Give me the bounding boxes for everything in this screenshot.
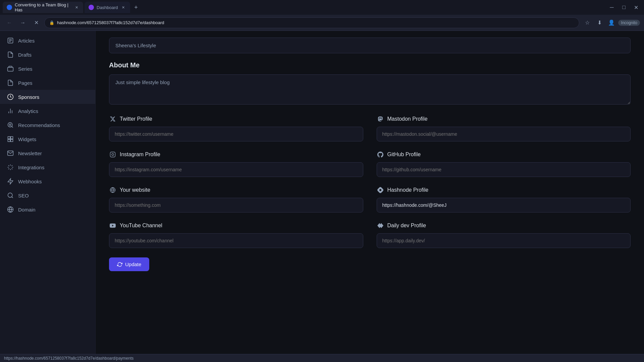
- website-field: Your website: [109, 186, 363, 213]
- tab-favicon-2: [89, 5, 94, 10]
- instagram-input[interactable]: [109, 162, 363, 177]
- twitter-label: Twitter Profile: [109, 115, 363, 123]
- svg-rect-4: [8, 67, 13, 71]
- hashnode-icon: [377, 186, 384, 194]
- sidebar-item-domain[interactable]: Domain: [0, 202, 95, 217]
- star-button[interactable]: ☆: [582, 17, 593, 28]
- blog-name-display: Sheena's Lifestyle: [109, 38, 631, 53]
- forward-button[interactable]: →: [17, 17, 28, 28]
- youtube-input[interactable]: [109, 233, 363, 248]
- svg-rect-13: [11, 137, 13, 139]
- tab-favicon-1: [7, 5, 12, 10]
- dailydev-label: Daily dev Profile: [377, 222, 631, 229]
- mastodon-field: Mastodon Profile: [377, 115, 631, 141]
- profile-button[interactable]: 👤: [606, 17, 617, 28]
- website-label-text: Your website: [120, 187, 150, 193]
- instagram-label-text: Instagram Profile: [120, 152, 160, 158]
- svg-point-10: [9, 124, 11, 126]
- webhooks-icon: [7, 178, 14, 185]
- mastodon-input[interactable]: [377, 127, 631, 141]
- newsletter-label: Newsletter: [18, 150, 42, 156]
- address-bar[interactable]: 🔒 hashnode.com/6571258037f7fa8c152d7d7e/…: [44, 17, 579, 28]
- github-field: GitHub Profile: [377, 151, 631, 177]
- sidebar-item-recommendations[interactable]: Recommendations: [0, 118, 95, 132]
- seo-icon: [7, 192, 14, 199]
- minimize-button[interactable]: ─: [606, 2, 617, 13]
- status-url: https://hashnode.com/6571258037f7fa8c152…: [4, 356, 133, 361]
- sidebar-item-integrations[interactable]: Integrations: [0, 160, 95, 174]
- github-label: GitHub Profile: [377, 151, 631, 158]
- dailydev-label-text: Daily dev Profile: [387, 223, 426, 229]
- mastodon-icon: [377, 115, 384, 123]
- seo-label: SEO: [18, 193, 29, 198]
- update-icon: [117, 262, 122, 267]
- sidebar-item-drafts[interactable]: Drafts: [0, 48, 95, 62]
- series-icon: [7, 65, 14, 72]
- reload-button[interactable]: ✕: [31, 17, 42, 28]
- pages-label: Pages: [18, 80, 33, 86]
- github-icon: [377, 151, 384, 158]
- twitter-icon: [109, 115, 116, 123]
- recommendations-icon: [7, 121, 14, 129]
- domain-label: Domain: [18, 207, 36, 213]
- sidebar-item-seo[interactable]: SEO: [0, 188, 95, 202]
- webhooks-label: Webhooks: [18, 179, 42, 184]
- globe-icon: [109, 186, 116, 194]
- twitter-label-text: Twitter Profile: [120, 116, 152, 122]
- new-tab-button[interactable]: +: [131, 3, 141, 12]
- status-bar: https://hashnode.com/6571258037f7fa8c152…: [0, 354, 644, 362]
- incognito-badge: Incognito: [618, 20, 640, 26]
- youtube-icon: [109, 222, 116, 229]
- main-content: Sheena's Lifestyle About Me Twitter Prof…: [96, 31, 644, 354]
- update-button[interactable]: Update: [109, 257, 149, 271]
- website-input[interactable]: [109, 198, 363, 213]
- tab-active[interactable]: Converting to a Team Blog | Has ✕: [3, 2, 83, 13]
- download-button[interactable]: ⬇: [594, 17, 605, 28]
- twitter-input[interactable]: [109, 127, 363, 141]
- sidebar-item-widgets[interactable]: Widgets: [0, 132, 95, 146]
- sidebar-item-newsletter[interactable]: Newsletter: [0, 146, 95, 160]
- github-label-text: GitHub Profile: [387, 152, 421, 158]
- nav-actions: ☆ ⬇ 👤 Incognito: [582, 17, 640, 28]
- sidebar-item-series[interactable]: Series: [0, 62, 95, 76]
- sidebar-item-pages[interactable]: Pages: [0, 76, 95, 90]
- hashnode-label-text: Hashnode Profile: [387, 187, 429, 193]
- website-label: Your website: [109, 186, 363, 194]
- hashnode-label: Hashnode Profile: [377, 186, 631, 194]
- sponsors-icon: [7, 93, 14, 101]
- dailydev-input[interactable]: [377, 233, 631, 248]
- series-label: Series: [18, 66, 33, 72]
- sidebar-item-webhooks[interactable]: Webhooks: [0, 174, 95, 188]
- analytics-icon: [7, 107, 14, 115]
- sidebar-item-articles[interactable]: Articles: [0, 34, 95, 48]
- back-button[interactable]: ←: [4, 17, 15, 28]
- mastodon-label: Mastodon Profile: [377, 115, 631, 123]
- twitter-field: Twitter Profile: [109, 115, 363, 141]
- social-grid: Twitter Profile Mastodon Profile: [109, 115, 631, 248]
- sidebar-item-analytics[interactable]: Analytics: [0, 104, 95, 118]
- svg-line-18: [12, 197, 13, 198]
- svg-marker-16: [8, 179, 13, 184]
- tab-close-2[interactable]: ✕: [121, 5, 126, 10]
- about-me-textarea[interactable]: [109, 74, 631, 105]
- close-window-button[interactable]: ✕: [631, 2, 641, 13]
- about-me-title: About Me: [109, 61, 631, 69]
- youtube-label-text: YouTube Channel: [120, 223, 162, 229]
- dailydev-field: Daily dev Profile: [377, 222, 631, 248]
- maximize-button[interactable]: □: [619, 2, 629, 13]
- tab-inactive[interactable]: Dashboard ✕: [85, 2, 130, 13]
- articles-icon: [7, 37, 14, 44]
- sidebar-item-sponsors[interactable]: Sponsors: [0, 90, 95, 104]
- tab-label-1: Converting to a Team Blog | Has: [15, 2, 71, 12]
- svg-rect-14: [8, 139, 10, 142]
- youtube-label: YouTube Channel: [109, 222, 363, 229]
- analytics-label: Analytics: [18, 108, 38, 114]
- about-me-section: About Me: [109, 61, 631, 106]
- sponsors-label: Sponsors: [18, 94, 39, 100]
- articles-label: Articles: [18, 38, 35, 44]
- tab-close-1[interactable]: ✕: [74, 5, 79, 10]
- hashnode-input[interactable]: [377, 198, 631, 213]
- github-input[interactable]: [377, 162, 631, 177]
- drafts-icon: [7, 51, 14, 58]
- youtube-field: YouTube Channel: [109, 222, 363, 248]
